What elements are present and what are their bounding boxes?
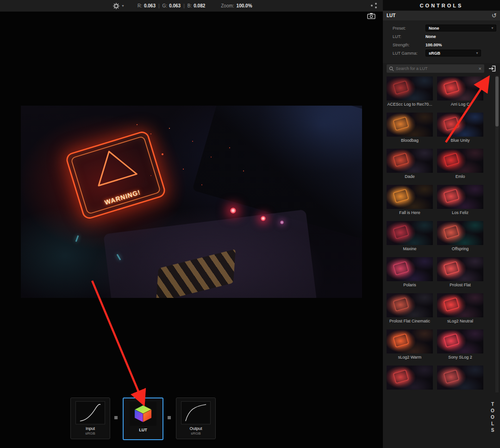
lut-item[interactable]: Los Feliz	[437, 185, 483, 215]
lut-name: Prolost Flat Cinematic	[387, 319, 433, 323]
lut-thumbnail[interactable]	[437, 76, 483, 101]
lut-gamma-label: LUT Gamma:	[393, 51, 418, 56]
node-sublabel: sRGB	[85, 431, 95, 435]
lut-name: sLog2 Neutral	[437, 319, 483, 323]
lut-name: Prolost Flat	[437, 283, 483, 287]
lut-item[interactable]: Blue Unity	[437, 113, 483, 143]
lut-name: ACEScc Log to Rec70...	[387, 102, 433, 107]
snapshot-camera-button[interactable]	[367, 13, 375, 21]
lut-item[interactable]: sLog2 Warm	[387, 329, 433, 360]
node-lut-selected[interactable]: LUT	[123, 398, 163, 440]
node-output[interactable]: Output sRGB	[176, 398, 216, 439]
node-input[interactable]: Input sRGB	[70, 398, 110, 439]
node-graph-icon[interactable]	[370, 2, 378, 10]
lut-item[interactable]: Fall is Here	[387, 185, 433, 215]
viewer-top-bar: ▼ R:0.063 | G:0.063 | B:0.082 Zoom: 100.…	[0, 0, 383, 12]
tools-letter: L	[491, 421, 494, 427]
lut-item[interactable]: ACEScc Log to Rec70...	[387, 76, 433, 107]
lut-thumbnail[interactable]	[437, 366, 483, 390]
lut-name: Maxine	[387, 246, 433, 251]
lut-item[interactable]	[437, 366, 483, 391]
lut-item[interactable]: Offspring	[437, 221, 483, 251]
clear-search-icon[interactable]: ×	[479, 66, 481, 71]
lut-thumbnail[interactable]	[387, 221, 433, 245]
lut-item[interactable]: Polaris	[387, 257, 433, 287]
import-lut-button[interactable]	[488, 64, 497, 73]
sparks	[137, 124, 138, 125]
lut-thumbnail[interactable]	[387, 366, 433, 390]
node-connector	[114, 416, 118, 419]
lut-thumbnail[interactable]	[387, 257, 433, 281]
glint	[75, 235, 79, 242]
scrollbar-thumb[interactable]	[495, 76, 499, 126]
lut-item[interactable]: Prolost Flat Cinematic	[387, 293, 433, 323]
lut-name: Bloodbag	[387, 138, 433, 143]
lut-thumbnail[interactable]	[437, 113, 483, 137]
preset-value: None	[429, 26, 439, 31]
search-input[interactable]	[394, 66, 479, 71]
preset-dropdown[interactable]: None ▼	[425, 25, 496, 32]
lut-item[interactable]: Maxine	[387, 221, 433, 251]
lut-gamma-value: sRGB	[429, 51, 440, 56]
lut-name: Emlo	[437, 174, 483, 179]
lut-thumbnail[interactable]	[387, 329, 433, 353]
reset-icon[interactable]: ↺	[492, 13, 497, 19]
color-cube-icon	[132, 403, 154, 424]
lut-item[interactable]: Arri Log C	[437, 76, 483, 107]
lut-name: Fall is Here	[387, 210, 433, 215]
lut-thumbnail[interactable]	[387, 113, 433, 137]
lut-label: LUT:	[393, 34, 401, 39]
rgb-readout: R:0.063 | G:0.063 | B:0.082	[138, 3, 205, 8]
scrollbar-track[interactable]	[495, 76, 499, 392]
zoom-readout: Zoom: 100.0%	[221, 3, 252, 8]
viewer-settings-button[interactable]: ▼	[113, 3, 125, 9]
lut-thumbnail[interactable]	[437, 329, 483, 353]
preset-label: Preset:	[393, 26, 406, 31]
node-connector	[168, 416, 171, 419]
controls-panel: CONTROLS LUT ↺ Preset: None ▼ LUT: None …	[383, 0, 500, 448]
lut-thumbnail[interactable]	[437, 149, 483, 173]
node-label: Input	[86, 426, 95, 431]
lut-name: Los Feliz	[437, 210, 483, 215]
lut-search-field[interactable]: ×	[387, 64, 484, 73]
lut-thumbnail[interactable]	[437, 293, 483, 317]
lut-grid: ACEScc Log to Rec70...Arri Log CBloodbag…	[387, 76, 483, 392]
red-light	[261, 216, 266, 221]
tools-letter: T	[491, 401, 494, 408]
lut-item[interactable]: Dade	[387, 149, 433, 179]
lut-item[interactable]: Emlo	[437, 149, 483, 179]
lut-name: Blue Unity	[437, 138, 483, 143]
lut-gamma-dropdown[interactable]: sRGB ▼	[425, 50, 481, 57]
lut-item[interactable]: Sony SLog 2	[437, 329, 483, 360]
section-title: LUT	[387, 13, 395, 18]
panel-title: CONTROLS	[383, 0, 500, 11]
lut-thumbnail[interactable]	[437, 257, 483, 281]
lut-thumbnail[interactable]	[387, 185, 433, 209]
lut-value: None	[425, 34, 436, 39]
tools-panel-tab[interactable]: T O O L S	[488, 401, 497, 434]
curve-icon	[76, 402, 104, 423]
lut-thumbnail[interactable]	[387, 76, 433, 101]
image-preview: WARNING!	[21, 106, 362, 298]
chevron-down-icon: ▼	[491, 26, 494, 30]
lut-item[interactable]: Bloodbag	[387, 113, 433, 143]
lut-item[interactable]: Prolost Flat	[437, 257, 483, 287]
lut-name: Arri Log C	[437, 102, 483, 107]
lut-thumbnail[interactable]	[387, 293, 433, 317]
lut-fields: Preset: None ▼ LUT: None Strength: 100.0…	[383, 20, 500, 63]
lut-name: Polaris	[387, 283, 433, 287]
warning-sign: WARNING!	[64, 130, 167, 221]
lut-cube-thumbnail	[130, 402, 156, 426]
lut-section-header: LUT ↺	[383, 11, 500, 20]
node-label: Output	[189, 426, 202, 431]
lut-item[interactable]: sLog2 Neutral	[437, 293, 483, 323]
strength-label: Strength:	[393, 43, 410, 47]
lut-thumbnail[interactable]	[437, 221, 483, 245]
lut-item[interactable]	[387, 366, 433, 391]
tools-letter: O	[491, 408, 494, 414]
lut-thumbnail[interactable]	[437, 185, 483, 209]
purple-light	[280, 221, 284, 224]
lut-thumbnail[interactable]	[387, 149, 433, 173]
strength-value[interactable]: 100.00%	[425, 43, 442, 47]
curve-icon	[182, 402, 210, 423]
